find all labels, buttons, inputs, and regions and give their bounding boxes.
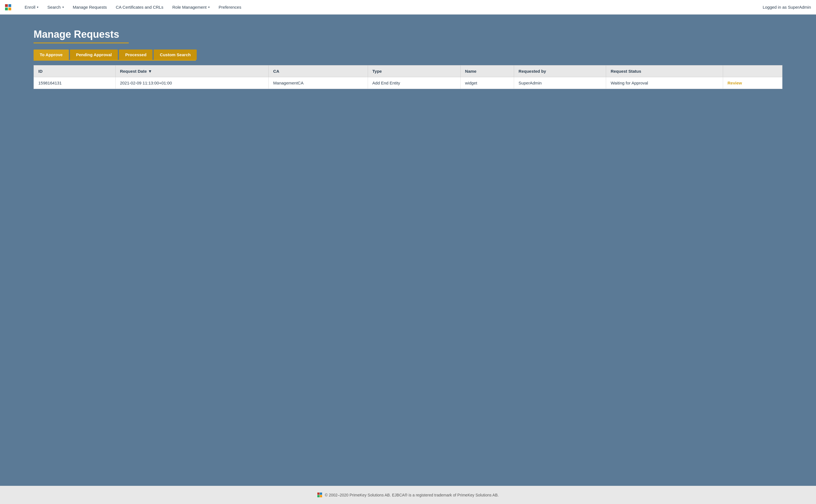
cell-ca: ManagementCA: [269, 77, 368, 89]
table-body: 1598164131 2021-02-09 11:13:00+01:00 Man…: [34, 77, 782, 89]
table-header-row: ID Request Date ▼ CA Type Name Requested…: [34, 65, 782, 77]
logo-block-red: [5, 4, 8, 7]
footer-logo-yellow: [320, 495, 322, 497]
col-request-status[interactable]: Request Status: [606, 65, 723, 77]
tab-pending-approval[interactable]: Pending Approval: [70, 50, 118, 60]
nav-item-role-management[interactable]: Role Management ▾: [168, 5, 214, 10]
col-ca[interactable]: CA: [269, 65, 368, 77]
table-header: ID Request Date ▼ CA Type Name Requested…: [34, 65, 782, 77]
tab-custom-search[interactable]: Custom Search: [154, 50, 197, 60]
logo-block-blue: [8, 4, 11, 7]
role-management-dropdown-icon: ▾: [208, 6, 210, 9]
tab-underline: [34, 60, 196, 61]
col-action: [723, 65, 782, 77]
footer-logo-red: [317, 493, 319, 495]
logo[interactable]: [5, 4, 11, 10]
footer-text: © 2002–2020 PrimeKey Solutions AB. EJBCA…: [325, 493, 499, 497]
col-requested-by[interactable]: Requested by: [514, 65, 606, 77]
footer: © 2002–2020 PrimeKey Solutions AB. EJBCA…: [0, 486, 816, 504]
cell-request-date: 2021-02-09 11:13:00+01:00: [115, 77, 269, 89]
enroll-dropdown-icon: ▾: [37, 6, 38, 9]
nav-item-ca-certificates[interactable]: CA Certificates and CRLs: [111, 5, 168, 10]
navbar: Enroll ▾ Search ▾ Manage Requests CA Cer…: [0, 0, 816, 15]
footer-logo-blue: [320, 493, 322, 495]
logo-block-green: [5, 8, 8, 10]
cell-requested-by: SuperAdmin: [514, 77, 606, 89]
tab-to-approve[interactable]: To Approve: [34, 50, 69, 60]
cell-type: Add End Entity: [368, 77, 460, 89]
footer-logo-green: [317, 495, 319, 497]
logged-in-label: Logged in as SuperAdmin: [763, 5, 811, 10]
title-underline: [34, 43, 129, 43]
search-dropdown-icon: ▾: [62, 6, 64, 9]
review-link[interactable]: Review: [728, 81, 742, 85]
footer-logo: [317, 493, 322, 497]
nav-menu: Enroll ▾ Search ▾ Manage Requests CA Cer…: [20, 5, 763, 10]
cell-action[interactable]: Review: [723, 77, 782, 89]
table-row: 1598164131 2021-02-09 11:13:00+01:00 Man…: [34, 77, 782, 89]
nav-item-enroll[interactable]: Enroll ▾: [20, 5, 43, 10]
page-title: Manage Requests: [34, 29, 782, 40]
cell-name: widget: [460, 77, 514, 89]
cell-id: 1598164131: [34, 77, 116, 89]
tabs-container: To Approve Pending Approval Processed Cu…: [34, 50, 782, 60]
col-request-date[interactable]: Request Date ▼: [115, 65, 269, 77]
nav-item-manage-requests[interactable]: Manage Requests: [68, 5, 111, 10]
nav-item-preferences[interactable]: Preferences: [214, 5, 246, 10]
logo-block-yellow: [8, 8, 11, 10]
nav-item-search[interactable]: Search ▾: [43, 5, 68, 10]
tab-processed[interactable]: Processed: [119, 50, 152, 60]
col-type[interactable]: Type: [368, 65, 460, 77]
main-content: Manage Requests To Approve Pending Appro…: [0, 15, 816, 486]
col-id[interactable]: ID: [34, 65, 116, 77]
cell-request-status: Waiting for Approval: [606, 77, 723, 89]
requests-table: ID Request Date ▼ CA Type Name Requested…: [34, 65, 782, 89]
col-name[interactable]: Name: [460, 65, 514, 77]
